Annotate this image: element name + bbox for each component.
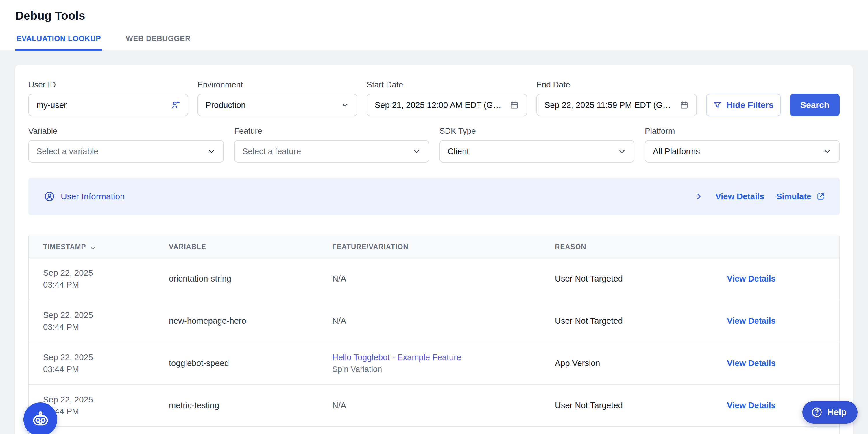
environment-select[interactable]: Production (197, 94, 358, 116)
row-time: 03:44 PM (43, 279, 163, 291)
row-date: Sep 22, 2025 (43, 267, 163, 279)
row-variable: new-homepage-hero (169, 316, 332, 326)
platform-label: Platform (645, 127, 840, 136)
banner-actions: View Details Simulate (694, 192, 825, 201)
filter-row-1: User ID Environment Production (28, 81, 840, 116)
row-date: Sep 22, 2025 (43, 351, 163, 364)
row-time: 03:44 PM (43, 364, 163, 375)
row-view-details-link[interactable]: View Details (727, 358, 776, 368)
column-timestamp[interactable]: TIMESTAMP (29, 243, 169, 251)
feature-select[interactable]: Select a feature (234, 140, 429, 163)
end-date-picker[interactable]: Sep 22, 2025 11:59 PM EDT (GM... (536, 94, 697, 116)
tab-evaluation-lookup[interactable]: EVALUATION LOOKUP (15, 28, 102, 51)
page-title: Debug Tools (15, 8, 868, 23)
end-date-field: End Date Sep 22, 2025 11:59 PM EDT (GM..… (536, 81, 697, 116)
help-button[interactable]: Help (802, 401, 858, 424)
end-date-value: Sep 22, 2025 11:59 PM EDT (GM... (545, 100, 675, 110)
help-label: Help (827, 407, 847, 417)
table-body: Sep 22, 2025 03:44 PM orientation-string… (29, 258, 839, 427)
user-id-label: User ID (28, 81, 188, 89)
evaluation-lookup-panel: User ID Environment Production (15, 65, 853, 434)
row-view-details-link[interactable]: View Details (727, 316, 776, 325)
row-reason: User Not Targeted (555, 401, 727, 410)
table-row: Sep 22, 2025 03:44 PM togglebot-speed He… (29, 342, 839, 384)
sdk-type-field: SDK Type Client (439, 127, 634, 163)
togglebot-widget-button[interactable] (24, 402, 57, 434)
feature-placeholder: Select a feature (242, 147, 408, 156)
row-feature-cell: N/A (332, 274, 555, 284)
user-id-control (28, 94, 188, 116)
start-date-label: Start Date (367, 81, 527, 89)
filter-row-2: Variable Select a variable Feature Selec… (28, 127, 840, 163)
feature-field: Feature Select a feature (234, 127, 429, 163)
platform-select[interactable]: All Platforms (645, 140, 840, 163)
evaluations-table: TIMESTAMP VARIABLE FEATURE/VARIATION REA… (28, 235, 840, 434)
platform-value: All Platforms (653, 147, 818, 156)
row-action: View Details (727, 401, 776, 410)
sdk-type-select[interactable]: Client (439, 140, 634, 163)
environment-value: Production (206, 100, 336, 110)
simulate-link[interactable]: Simulate (776, 192, 825, 201)
start-date-picker[interactable]: Sep 21, 2025 12:00 AM EDT (GM... (367, 94, 527, 116)
variable-select[interactable]: Select a variable (28, 140, 224, 163)
row-reason: App Version (555, 358, 727, 368)
timestamp-cell: Sep 22, 2025 03:44 PM (29, 267, 169, 291)
row-feature-cell: N/A (332, 401, 555, 410)
sort-descending-icon (89, 243, 97, 251)
row-variable: togglebot-speed (169, 358, 332, 368)
calendar-icon (680, 100, 689, 110)
row-action: View Details (727, 316, 776, 325)
sdk-type-value: Client (447, 147, 613, 156)
simulate-label: Simulate (776, 192, 811, 201)
external-link-icon (816, 192, 825, 201)
variable-field: Variable Select a variable (28, 127, 224, 163)
timestamp-cell: Sep 22, 2025 03:44 PM (29, 351, 169, 375)
chevron-down-icon (341, 101, 349, 109)
row-time: 03:44 PM (43, 321, 163, 333)
row-reason: User Not Targeted (555, 316, 727, 326)
row-view-details-link[interactable]: View Details (727, 401, 776, 410)
table-row: Sep 22, 2025 03:44 PM new-homepage-hero … (29, 300, 839, 342)
search-button[interactable]: Search (790, 94, 840, 116)
environment-label: Environment (197, 81, 358, 89)
tab-web-debugger[interactable]: WEB DEBUGGER (125, 28, 192, 51)
row-view-details-link[interactable]: View Details (727, 274, 776, 283)
user-circle-icon (44, 191, 55, 202)
row-variable: orientation-string (169, 274, 332, 284)
row-date: Sep 22, 2025 (43, 309, 163, 321)
row-feature-cell: Hello Togglebot - Example FeatureSpin Va… (332, 353, 555, 374)
robot-icon (31, 410, 50, 429)
debug-tools-page: Debug Tools EVALUATION LOOKUP WEB DEBUGG… (0, 0, 868, 434)
user-plus-icon[interactable] (171, 100, 180, 110)
funnel-icon (713, 101, 722, 109)
end-date-label: End Date (536, 81, 697, 89)
row-variable: metric-testing (169, 401, 332, 410)
sdk-type-label: SDK Type (439, 127, 634, 136)
banner-view-details-label: View Details (715, 192, 764, 201)
timestamp-cell: Sep 22, 2025 03:44 PM (29, 309, 169, 333)
row-reason: User Not Targeted (555, 274, 727, 284)
chevron-down-icon (412, 147, 421, 156)
start-date-value: Sep 21, 2025 12:00 AM EDT (GM... (375, 100, 505, 110)
user-id-input[interactable] (36, 100, 166, 110)
hide-filters-button[interactable]: Hide Filters (706, 94, 781, 116)
column-variable[interactable]: VARIABLE (169, 243, 332, 251)
chevron-down-icon (618, 147, 626, 156)
user-information-toggle[interactable]: User Information (44, 191, 125, 202)
banner-title: User Information (61, 192, 125, 201)
user-id-field: User ID (28, 81, 188, 116)
chevron-right-icon[interactable] (694, 192, 703, 201)
feature-label: Feature (234, 127, 429, 136)
table-partial-row (29, 427, 839, 434)
banner-view-details-link[interactable]: View Details (715, 192, 764, 201)
platform-field: Platform All Platforms (645, 127, 840, 163)
row-feature-cell: N/A (332, 316, 555, 326)
hide-filters-label: Hide Filters (726, 100, 773, 110)
row-date: Sep 22, 2025 (43, 394, 163, 406)
column-reason[interactable]: REASON (555, 243, 727, 251)
table-row: Sep 22, 2025 03:44 PM orientation-string… (29, 258, 839, 300)
row-action: View Details (727, 274, 776, 283)
feature-link[interactable]: Hello Togglebot - Example Feature (332, 353, 461, 362)
table-row: Sep 22, 2025 03:44 PM metric-testing N/A… (29, 384, 839, 427)
column-feature-variation[interactable]: FEATURE/VARIATION (332, 243, 555, 251)
